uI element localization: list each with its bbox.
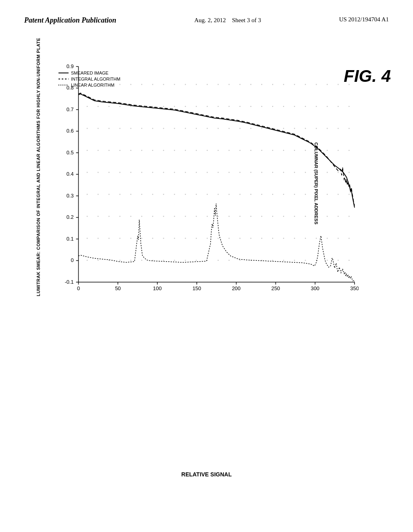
header-center: Aug. 2, 2012 Sheet 3 of 3 [194, 16, 261, 25]
chart-title-left: LUMITRAK SMEAR: COMPARISON OF INTEGRAL A… [22, 62, 54, 296]
svg-text:300: 300 [311, 285, 320, 291]
svg-text:0.1: 0.1 [67, 236, 74, 242]
svg-text:0.3: 0.3 [67, 193, 74, 199]
svg-text:0: 0 [77, 285, 80, 291]
svg-text:-0.1: -0.1 [65, 279, 73, 285]
legend: SMEARED IMAGE INTEGRAL ALGORITHM LINEAR … [58, 71, 120, 87]
svg-text:250: 250 [271, 285, 280, 291]
svg-text:0: 0 [71, 257, 73, 263]
publication-label: Patent Application Publication [24, 16, 116, 25]
svg-text:50: 50 [115, 285, 121, 291]
svg-text:150: 150 [192, 285, 201, 291]
svg-text:100: 100 [153, 285, 162, 291]
page: Patent Application Publication Aug. 2, 2… [0, 0, 413, 532]
chart-area: LUMITRAK SMEAR: COMPARISON OF INTEGRAL A… [22, 62, 391, 480]
legend-label-integral: INTEGRAL ALGORITHM [71, 77, 120, 81]
plot-container: SMEARED IMAGE INTEGRAL ALGORITHM LINEAR … [54, 62, 359, 304]
x-axis-label: RELATIVE SIGNAL [54, 471, 359, 478]
svg-text:0.6: 0.6 [67, 128, 74, 134]
svg-text:0.7: 0.7 [67, 106, 74, 112]
legend-line-dashed [58, 79, 69, 79]
svg-text:0.9: 0.9 [67, 63, 74, 69]
svg-text:0.2: 0.2 [67, 214, 74, 220]
svg-rect-44 [79, 67, 355, 282]
legend-line-dotted [58, 85, 69, 85]
chart-svg: 0.9 0.8 0.7 0.6 0.5 0.4 [54, 62, 359, 304]
legend-line-solid [58, 73, 69, 73]
svg-text:200: 200 [232, 285, 241, 291]
pub-date: Aug. 2, 2012 [194, 17, 226, 23]
legend-item-linear: LINEAR ALGORITHM [58, 83, 120, 87]
legend-item-smeared: SMEARED IMAGE [58, 71, 120, 75]
y-axis-title-text: LUMITRAK SMEAR: COMPARISON OF INTEGRAL A… [36, 62, 41, 296]
header: Patent Application Publication Aug. 2, 2… [0, 0, 413, 25]
legend-item-integral: INTEGRAL ALGORITHM [58, 77, 120, 81]
legend-label-smeared: SMEARED IMAGE [71, 71, 108, 75]
patent-number: US 2012/194704 A1 [339, 16, 389, 23]
sheet-info: Sheet 3 of 3 [232, 17, 261, 23]
svg-text:0.5: 0.5 [67, 150, 74, 156]
svg-text:0.4: 0.4 [67, 171, 74, 177]
svg-text:350: 350 [350, 285, 359, 291]
legend-label-linear: LINEAR ALGORITHM [71, 83, 115, 87]
